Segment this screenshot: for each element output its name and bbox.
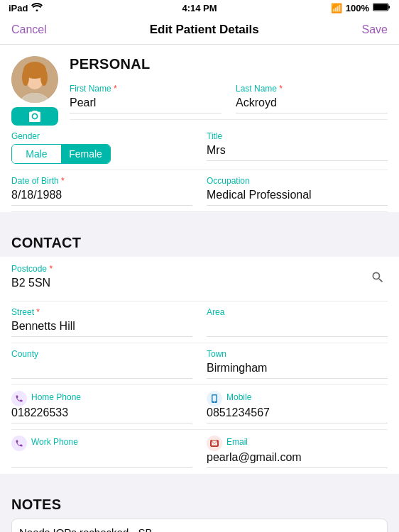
name-row: First Name * Pearl Last Name * Ackroyd	[70, 78, 388, 120]
area-value[interactable]	[207, 320, 388, 337]
street-value[interactable]: Bennetts Hill	[11, 320, 192, 337]
postcode-value[interactable]: B2 5SN	[11, 277, 368, 294]
status-left: iPad	[9, 3, 43, 13]
notes-text[interactable]: Needs IOPs rechecked - SB	[19, 526, 380, 532]
county-value[interactable]	[11, 362, 192, 379]
last-name-label: Last Name *	[236, 84, 388, 94]
gender-female[interactable]: Female	[61, 145, 110, 163]
contact-section-title: CONTACT	[0, 223, 399, 257]
search-icon[interactable]	[368, 270, 388, 287]
gender-label: Gender	[11, 131, 192, 141]
battery-label: 100%	[346, 3, 369, 13]
postcode-label: Postcode *	[11, 264, 368, 274]
occupation-value[interactable]: Medical Professional	[207, 189, 388, 206]
mobile-value[interactable]: 0851234567	[207, 406, 388, 423]
email-group: Email pearla@gmail.com	[200, 430, 388, 474]
svg-rect-1	[373, 4, 388, 10]
section-divider-1	[0, 212, 399, 223]
first-name-value[interactable]: Pearl	[70, 96, 222, 113]
svg-point-8	[40, 69, 48, 86]
avatar-container	[11, 56, 58, 126]
gender-group: Gender Male Female	[11, 126, 200, 170]
camera-button[interactable]	[11, 107, 58, 126]
occupation-group: Occupation Medical Professional	[200, 170, 388, 212]
work-phone-group: Work Phone	[11, 430, 200, 474]
battery-icon	[373, 3, 390, 13]
area-group: Area	[200, 301, 388, 343]
carrier-label: iPad	[9, 3, 28, 13]
mobile-label: Mobile	[226, 392, 251, 402]
status-bar: iPad 4:14 PM 📶 100%	[0, 0, 399, 16]
title-group: Title Mrs	[200, 126, 388, 170]
personal-section-title: PERSONAL	[70, 56, 388, 78]
title-label: Title	[207, 131, 388, 141]
work-phone-icon	[11, 436, 27, 451]
home-phone-value[interactable]: 018226533	[11, 406, 192, 423]
phone-mobile-row: Home Phone 018226533 Mobile 0851234567	[11, 385, 388, 430]
status-right: 📶 100%	[331, 3, 390, 13]
town-value[interactable]: Birmingham	[207, 362, 388, 379]
contact-fields: Postcode * B2 5SN Street * Bennetts Hill…	[0, 257, 399, 474]
section-divider-2	[0, 474, 399, 485]
page-title: Edit Patient Details	[150, 23, 259, 37]
bluetooth-icon: 📶	[331, 3, 342, 13]
personal-fields: Gender Male Female Title Mrs Date of Bir…	[0, 126, 399, 212]
notes-section-title: NOTES	[0, 485, 399, 519]
postcode-group: Postcode * B2 5SN	[11, 264, 368, 294]
work-phone-value[interactable]	[11, 451, 192, 468]
dob-group: Date of Birth * 8/18/1988	[11, 170, 200, 212]
county-label: County	[11, 349, 192, 359]
dob-label: Date of Birth *	[11, 176, 192, 186]
personal-top: PERSONAL First Name * Pearl Last Name * …	[0, 45, 399, 126]
occupation-label: Occupation	[207, 176, 388, 186]
notes-area[interactable]: Needs IOPs rechecked - SB	[11, 519, 388, 532]
area-label: Area	[207, 307, 388, 317]
mobile-group: Mobile 0851234567	[200, 385, 388, 430]
title-value[interactable]: Mrs	[207, 144, 388, 161]
county-town-row: County Town Birmingham	[11, 343, 388, 385]
street-group: Street * Bennetts Hill	[11, 301, 200, 343]
gender-title-row: Gender Male Female Title Mrs	[11, 126, 388, 170]
personal-header-text: PERSONAL First Name * Pearl Last Name * …	[70, 56, 388, 120]
mobile-icon	[207, 391, 222, 406]
street-area-row: Street * Bennetts Hill Area	[11, 301, 388, 343]
county-group: County	[11, 343, 200, 385]
town-group: Town Birmingham	[200, 343, 388, 385]
first-name-group: First Name * Pearl	[70, 78, 229, 120]
cancel-button[interactable]: Cancel	[11, 23, 47, 36]
first-name-label: First Name *	[70, 84, 222, 94]
email-label: Email	[226, 437, 248, 447]
svg-point-7	[22, 69, 29, 86]
street-label: Street *	[11, 307, 192, 317]
work-phone-label: Work Phone	[31, 437, 78, 447]
svg-rect-2	[388, 6, 390, 9]
status-time: 4:14 PM	[182, 3, 217, 13]
avatar[interactable]	[11, 56, 58, 103]
last-name-group: Last Name * Ackroyd	[229, 78, 388, 120]
home-phone-group: Home Phone 018226533	[11, 385, 200, 430]
email-icon	[207, 436, 222, 451]
dob-occupation-row: Date of Birth * 8/18/1988 Occupation Med…	[11, 170, 388, 212]
gender-toggle[interactable]: Male Female	[11, 144, 111, 164]
home-phone-label: Home Phone	[31, 392, 81, 402]
postcode-row: Postcode * B2 5SN	[11, 257, 388, 301]
home-phone-icon	[11, 391, 27, 406]
dob-value[interactable]: 8/18/1988	[11, 189, 192, 206]
gender-male[interactable]: Male	[12, 145, 61, 163]
last-name-value[interactable]: Ackroyd	[236, 96, 388, 113]
town-label: Town	[207, 349, 388, 359]
workphone-email-row: Work Phone Email pearla@gmail.com	[11, 430, 388, 474]
nav-bar: Cancel Edit Patient Details Save	[0, 16, 399, 45]
wifi-icon	[31, 3, 43, 13]
content: PERSONAL First Name * Pearl Last Name * …	[0, 45, 399, 532]
save-button[interactable]: Save	[362, 23, 388, 36]
email-value[interactable]: pearla@gmail.com	[207, 451, 388, 468]
